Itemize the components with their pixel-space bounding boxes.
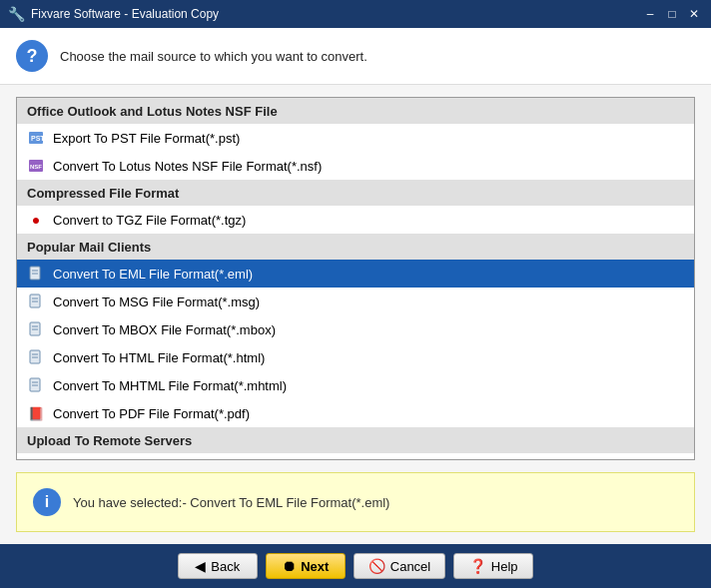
- list-item-label: Convert To MBOX File Format(*.mbox): [53, 322, 276, 337]
- header-icon: ?: [16, 40, 48, 72]
- list-item[interactable]: 📕Convert To PDF File Format(*.pdf): [17, 399, 694, 427]
- list-item-label: Convert to TGZ File Format(*.tgz): [53, 213, 246, 228]
- list-item[interactable]: ✉Export To Gmail Account: [17, 453, 694, 460]
- format-list[interactable]: Office Outlook and Lotus Notes NSF FileP…: [16, 97, 695, 460]
- list-item-label: Convert To Lotus Notes NSF File Format(*…: [53, 159, 322, 174]
- list-item-label: Convert To MHTML File Format(*.mhtml): [53, 378, 287, 393]
- list-item-icon: [27, 293, 45, 310]
- list-item-icon: [27, 348, 45, 366]
- help-button[interactable]: ❓ Help: [453, 553, 533, 579]
- title-bar: 🔧 Fixvare Software - Evaluation Copy – □…: [0, 0, 711, 28]
- list-item[interactable]: Convert To MHTML File Format(*.mhtml): [17, 371, 694, 399]
- list-item-icon: [27, 376, 45, 394]
- next-icon: ⏺: [282, 558, 296, 574]
- info-icon: i: [33, 488, 61, 516]
- list-item[interactable]: ●Convert to TGZ File Format(*.tgz): [17, 206, 694, 234]
- list-item[interactable]: PSTExport To PST File Format(*.pst): [17, 124, 694, 152]
- cancel-icon: 🚫: [368, 558, 385, 574]
- list-item-label: Export To Gmail Account: [53, 460, 195, 461]
- list-item-icon: ✉: [27, 458, 45, 460]
- help-icon: ❓: [469, 558, 486, 574]
- content-area: Office Outlook and Lotus Notes NSF FileP…: [0, 85, 711, 544]
- window-body: ? Choose the mail source to which you wa…: [0, 28, 711, 588]
- list-item[interactable]: Convert To HTML File Format(*.html): [17, 343, 694, 371]
- back-button[interactable]: ◀ Back: [178, 553, 258, 579]
- list-item-icon: ●: [27, 211, 45, 229]
- list-item: Office Outlook and Lotus Notes NSF File: [17, 98, 694, 124]
- bottom-bar: ◀ Back ⏺ Next 🚫 Cancel ❓ Help: [0, 544, 711, 588]
- next-button[interactable]: ⏺ Next: [266, 553, 346, 579]
- list-item: Popular Mail Clients: [17, 234, 694, 260]
- list-item-label: Convert To PDF File Format(*.pdf): [53, 406, 250, 421]
- list-item-label: Upload To Remote Servers: [27, 433, 192, 448]
- list-item-label: Convert To EML File Format(*.eml): [53, 267, 253, 282]
- list-item-label: Popular Mail Clients: [27, 240, 151, 255]
- list-item: Compressed File Format: [17, 180, 694, 206]
- list-item-label: Convert To HTML File Format(*.html): [53, 350, 265, 365]
- list-item-icon: NSF: [27, 157, 45, 175]
- list-item-icon: PST: [27, 129, 45, 147]
- title-bar-left: 🔧 Fixvare Software - Evaluation Copy: [8, 6, 219, 22]
- svg-text:NSF: NSF: [30, 164, 42, 170]
- svg-text:PST: PST: [31, 135, 44, 142]
- app-icon: 🔧: [8, 6, 25, 22]
- list-item[interactable]: Convert To MSG File Format(*.msg): [17, 288, 694, 315]
- back-label: Back: [211, 559, 240, 574]
- maximize-button[interactable]: □: [663, 5, 681, 23]
- list-item-label: Export To PST File Format(*.pst): [53, 131, 240, 146]
- info-text: You have selected:- Convert To EML File …: [73, 495, 389, 510]
- list-item-label: Convert To MSG File Format(*.msg): [53, 294, 260, 309]
- minimize-button[interactable]: –: [641, 5, 659, 23]
- list-item[interactable]: Convert To MBOX File Format(*.mbox): [17, 315, 694, 343]
- list-item-icon: [27, 320, 45, 338]
- info-box: i You have selected:- Convert To EML Fil…: [16, 472, 695, 532]
- header-text: Choose the mail source to which you want…: [60, 49, 367, 64]
- list-item[interactable]: Convert To EML File Format(*.eml): [17, 260, 694, 288]
- back-icon: ◀: [195, 558, 206, 574]
- close-button[interactable]: ✕: [685, 5, 703, 23]
- list-item-icon: [27, 265, 45, 283]
- help-label: Help: [491, 559, 518, 574]
- list-item-icon: 📕: [27, 404, 45, 422]
- cancel-button[interactable]: 🚫 Cancel: [354, 553, 445, 579]
- list-item[interactable]: NSFConvert To Lotus Notes NSF File Forma…: [17, 152, 694, 180]
- window-title: Fixvare Software - Evaluation Copy: [31, 7, 219, 21]
- header-area: ? Choose the mail source to which you wa…: [0, 28, 711, 85]
- cancel-label: Cancel: [390, 559, 430, 574]
- list-item: Upload To Remote Servers: [17, 427, 694, 453]
- next-label: Next: [301, 559, 329, 574]
- list-item-label: Office Outlook and Lotus Notes NSF File: [27, 104, 278, 119]
- title-bar-controls[interactable]: – □ ✕: [641, 5, 703, 23]
- list-item-label: Compressed File Format: [27, 186, 179, 201]
